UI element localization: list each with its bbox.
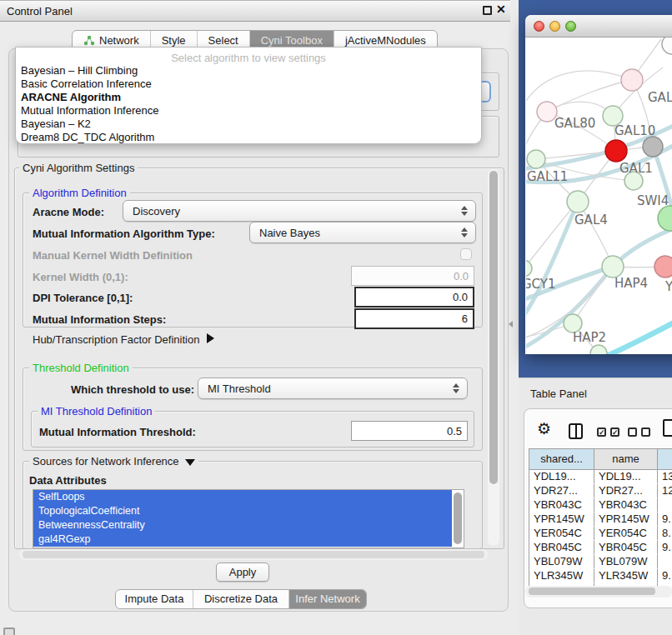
data-attributes-list[interactable]: SelfLoops TopologicalCoefficient Between…: [33, 489, 464, 548]
mi-type-combo[interactable]: Naive Bayes: [249, 222, 476, 243]
algorithm-dropdown-prompt: Select algorithm to view settings: [16, 48, 481, 64]
network-node-hap4[interactable]: [602, 256, 624, 278]
table-cell[interactable]: YER054C: [594, 527, 658, 541]
table-row[interactable]: YBR045C YBR045C 9.: [529, 541, 672, 555]
network-node[interactable]: [621, 69, 643, 91]
hub-section-toggle[interactable]: Hub/Transcription Factor Definition: [33, 333, 214, 346]
dpi-tolerance-label: DPI Tolerance [0,1]:: [33, 292, 133, 304]
node-attribute-table[interactable]: shared... name YDL19... YDL19... 13 YDR2…: [529, 448, 672, 586]
network-node[interactable]: [654, 256, 672, 278]
table-cell[interactable]: YBR043C: [529, 498, 594, 512]
aracne-mode-combo[interactable]: Discovery: [123, 200, 476, 222]
app-root: Control Panel ✕ Network Style Select Cyn…: [0, 0, 672, 635]
deselect-all-icon[interactable]: [628, 428, 650, 437]
algorithm-option[interactable]: Bayesian – Hill Climbing: [16, 64, 481, 78]
network-node-gal1[interactable]: [605, 140, 627, 162]
which-threshold-combo[interactable]: MI Threshold: [198, 378, 468, 399]
table-cell[interactable]: 9.: [658, 569, 672, 583]
algorithm-definition-title: Algorithm Definition: [29, 187, 130, 199]
list-item[interactable]: BetweennessCentrality: [33, 518, 452, 532]
table-cell[interactable]: YPR145W: [529, 512, 594, 527]
table-cell[interactable]: YDR27...: [594, 484, 658, 498]
tab-discretize-data[interactable]: Discretize Data: [193, 590, 289, 608]
mi-threshold-group-title: MI Threshold Definition: [38, 405, 155, 418]
column-header[interactable]: shared...: [529, 449, 594, 470]
table-row[interactable]: YBR043C YBR043C: [529, 498, 672, 512]
table-cell[interactable]: 9.: [658, 541, 672, 555]
table-cell[interactable]: 9.: [658, 512, 672, 527]
table-row[interactable]: YDR27... YDR27... 12: [529, 484, 672, 498]
table-cell[interactable]: YPR145W: [594, 512, 658, 527]
collapsed-panel-icon[interactable]: [3, 628, 15, 635]
column-header[interactable]: [658, 449, 672, 470]
list-item[interactable]: TopologicalCoefficient: [33, 504, 452, 518]
table-row[interactable]: YDL19... YDL19... 13: [529, 470, 672, 484]
network-icon: [83, 35, 95, 46]
tab-impute-data[interactable]: Impute Data: [116, 590, 193, 608]
network-node[interactable]: [662, 38, 672, 54]
network-node-gal4[interactable]: [567, 191, 589, 212]
close-traffic-icon[interactable]: [534, 21, 544, 32]
sources-toggle[interactable]: Sources for Network Inference: [29, 455, 198, 468]
algorithm-option[interactable]: Dream8 DC_TDC Algorithm: [16, 131, 481, 144]
network-canvas[interactable]: GAL GAL80 GAL10 GAL1 SWI4 GAL11 GAL4 GCY…: [526, 38, 672, 354]
algorithm-option-selected[interactable]: ARACNE Algorithm: [16, 91, 481, 104]
table-cell[interactable]: 13: [658, 470, 672, 484]
gear-icon[interactable]: ⚙: [537, 419, 551, 438]
table-cell[interactable]: YBL079W: [529, 555, 594, 569]
network-node-gal11[interactable]: [527, 150, 545, 168]
mi-steps-field[interactable]: 6: [354, 308, 474, 329]
control-panel-titlebar: Control Panel: [0, 0, 510, 22]
table-row[interactable]: YPR145W YPR145W 9.: [529, 512, 672, 527]
table-cell[interactable]: YBR045C: [594, 541, 658, 555]
table-row[interactable]: YBL079W YBL079W: [529, 555, 672, 569]
network-window-titlebar[interactable]: [525, 15, 672, 38]
table-cell[interactable]: YBR043C: [594, 498, 658, 512]
kernel-width-field[interactable]: 0.0: [351, 266, 474, 286]
apply-button[interactable]: Apply: [216, 562, 269, 582]
algorithm-option[interactable]: Bayesian – K2: [16, 118, 481, 131]
network-node-swi4[interactable]: [658, 206, 672, 231]
table-cell[interactable]: YBR045C: [529, 541, 594, 555]
settings-hscrollbar-thumb[interactable]: [23, 551, 484, 558]
restore-icon[interactable]: [483, 6, 492, 15]
zoom-traffic-icon[interactable]: [565, 21, 576, 32]
algorithm-option[interactable]: Basic Correlation Inference: [16, 78, 481, 91]
select-all-icon[interactable]: ✓✓: [597, 428, 619, 437]
document-icon[interactable]: [663, 419, 672, 437]
table-cell[interactable]: YBL079W: [594, 555, 658, 569]
manual-kernel-checkbox[interactable]: [460, 248, 472, 260]
cyni-algorithm-settings-title: Cyni Algorithm Settings: [19, 162, 138, 174]
table-cell[interactable]: YLR345W: [594, 569, 658, 583]
settings-scrollbar-thumb[interactable]: [489, 171, 498, 484]
table-row[interactable]: YER054C YER054C 8.: [529, 527, 672, 541]
column-header[interactable]: name: [594, 449, 658, 470]
table-row[interactable]: YLR345W YLR345W 9.: [529, 569, 672, 583]
table-cell[interactable]: YDL19...: [594, 470, 658, 484]
table-cell[interactable]: YDL19...: [529, 470, 594, 484]
list-item[interactable]: gal4RGexp: [33, 532, 452, 547]
table-cell[interactable]: YLR345W: [529, 569, 594, 583]
dpi-tolerance-field[interactable]: 0.0: [354, 287, 474, 308]
minimize-traffic-icon[interactable]: [549, 21, 560, 32]
table-cell[interactable]: [658, 498, 672, 512]
checked-box-icon: ✓: [597, 428, 606, 437]
table-cell[interactable]: 8.: [658, 527, 672, 541]
network-node[interactable]: [643, 137, 663, 157]
close-icon[interactable]: ✕: [496, 2, 506, 16]
list-item[interactable]: SelfLoops: [33, 490, 452, 504]
mi-threshold-field[interactable]: 0.5: [351, 421, 468, 441]
network-node-gcy1[interactable]: [526, 260, 532, 277]
table-cell[interactable]: YDR27...: [529, 484, 594, 498]
table-hscrollbar-thumb[interactable]: [529, 588, 655, 595]
columns-icon[interactable]: [569, 423, 583, 439]
attributes-scrollbar-thumb[interactable]: [454, 492, 462, 544]
tab-infer-network[interactable]: Infer Network: [289, 590, 366, 608]
table-cell[interactable]: 12: [658, 484, 672, 498]
table-cell[interactable]: YER054C: [529, 527, 594, 541]
panel-divider-handle[interactable]: [509, 321, 513, 328]
algorithm-option[interactable]: Mutual Information Inference: [16, 104, 481, 118]
node-label: GCY1: [526, 277, 556, 292]
aracne-mode-label: Aracne Mode:: [33, 206, 104, 218]
table-cell[interactable]: [658, 555, 672, 569]
